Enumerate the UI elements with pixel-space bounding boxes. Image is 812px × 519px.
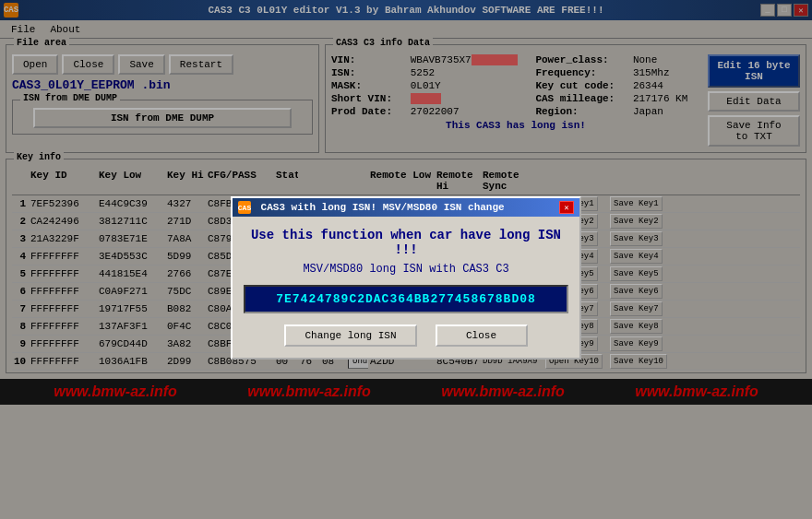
modal-overlay: CAS CAS3 with long ISN! MSV/MSD80 ISN ch… (0, 0, 812, 519)
modal-text1: Use this function when car have long ISN… (244, 228, 568, 257)
modal-close-x-button[interactable]: ✕ (559, 201, 574, 214)
change-long-isn-button[interactable]: Change long ISN (284, 324, 416, 347)
modal-icon: CAS (238, 201, 251, 214)
modal-isn-value[interactable]: 7E7424789C2DAC364BB277458678BD08 (244, 285, 568, 313)
modal-title-bar: CAS CAS3 with long ISN! MSV/MSD80 ISN ch… (233, 198, 579, 217)
modal-body: Use this function when car have long ISN… (233, 217, 579, 358)
modal-title: CAS3 with long ISN! MSV/MSD80 ISN change (261, 202, 505, 213)
modal-dialog: CAS CAS3 with long ISN! MSV/MSD80 ISN ch… (231, 196, 581, 360)
modal-buttons: Change long ISN Close (244, 324, 568, 347)
modal-close-button[interactable]: Close (436, 324, 528, 347)
modal-text2: MSV/MSD80 long ISN with CAS3 C3 (244, 263, 568, 276)
